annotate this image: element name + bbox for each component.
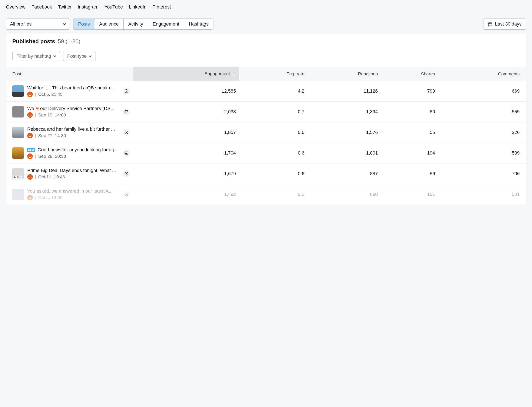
table-row[interactable]: Rebecca and her family live a bit furthe… [6, 122, 526, 143]
cell-reactions: 11,126 [307, 81, 381, 102]
card-title: Published posts 59 (1-20) [6, 33, 526, 47]
col-shares[interactable]: Shares [381, 67, 438, 81]
image-icon [123, 108, 130, 115]
cell-eng-rate: 4.2 [239, 81, 307, 102]
cell-comments: 559 [438, 102, 526, 122]
cell-engagement: 1,857 [133, 122, 239, 143]
svg-rect-0 [488, 23, 492, 26]
table-row[interactable]: Wait for it... This bear tried a QB snea… [6, 81, 526, 102]
post-date: Sep 28, 20:33 [38, 154, 66, 159]
profile-avatar-icon [27, 195, 33, 200]
posts-table: Post Engagement Eng. rate Reactions Shar… [6, 67, 526, 204]
profile-avatar-icon [27, 92, 33, 97]
filter-post-type[interactable]: Post type [63, 51, 96, 61]
svg-marker-16 [126, 173, 127, 175]
post-title: We ❤ our Delivery Service Partners (DS..… [27, 106, 118, 111]
video-icon [123, 87, 130, 95]
post-title: Wait for it... This bear tried a QB snea… [27, 85, 118, 91]
top-nav-tabs: OverviewFacebookTwitterInstagramYouTubeL… [6, 4, 526, 14]
cell-comments: 706 [438, 164, 526, 184]
table-row[interactable]: You asked, we answered in our latest A..… [6, 184, 526, 205]
filter-hashtag[interactable]: Filter by hashtag [12, 51, 60, 61]
video-icon [123, 191, 130, 198]
profile-avatar-icon [27, 112, 33, 118]
cell-shares: 101 [381, 184, 438, 205]
cell-eng-rate: 0.6 [239, 164, 307, 184]
top-tab-facebook[interactable]: Facebook [31, 4, 52, 10]
top-tab-youtube[interactable]: YouTube [104, 4, 123, 10]
post-date: Sep 19, 14:00 [38, 112, 66, 117]
seg-tab-audience[interactable]: Audience [94, 19, 124, 29]
seg-tab-engagement[interactable]: Engagement [148, 19, 184, 29]
date-range-label: Last 30 days [495, 21, 522, 27]
table-row[interactable]: NEW Good news for anyone looking for a j… [6, 143, 526, 164]
table-row[interactable]: Prime Big Deal Days ends tonight! What .… [6, 164, 526, 184]
cell-eng-rate: 0.5 [239, 184, 307, 205]
svg-marker-8 [126, 90, 127, 92]
top-tab-pinterest[interactable]: Pinterest [153, 4, 171, 10]
chevron-down-icon [89, 55, 92, 58]
profile-select[interactable]: All profiles [6, 18, 70, 30]
top-tab-instagram[interactable]: Instagram [78, 4, 99, 10]
card-title-count: 59 (1-20) [58, 38, 80, 45]
seg-tab-hashtags[interactable]: Hashtags [184, 19, 213, 29]
post-date: Oct 5, 21:45 [38, 92, 62, 97]
cell-engagement: 1,704 [133, 143, 239, 164]
image-icon [123, 149, 130, 157]
filter-hashtag-label: Filter by hashtag [16, 54, 51, 59]
date-range-select[interactable]: Last 30 days [483, 18, 526, 30]
cell-eng-rate: 0.6 [239, 143, 307, 164]
col-post[interactable]: Post [6, 67, 133, 81]
cell-reactions: 890 [307, 184, 381, 205]
post-date: Oct 11, 19:46 [38, 174, 65, 180]
chevron-down-icon [53, 55, 56, 58]
post-thumbnail [12, 168, 24, 180]
cell-shares: 790 [381, 81, 438, 102]
post-date: Oct 4, 14:00 [38, 195, 62, 200]
col-comments[interactable]: Comments [438, 67, 526, 81]
cell-comments: 509 [438, 143, 526, 164]
post-title: NEW Good news for anyone looking for a j… [27, 147, 118, 153]
cell-shares: 194 [381, 143, 438, 164]
post-thumbnail [12, 106, 24, 117]
cell-eng-rate: 0.7 [239, 102, 307, 122]
cell-reactions: 1,001 [307, 143, 381, 164]
profile-avatar-icon [27, 133, 33, 138]
profile-avatar-icon [27, 154, 33, 159]
toolbar: All profiles PostsAudienceActivityEngage… [6, 14, 526, 33]
cell-shares: 80 [381, 102, 438, 122]
cell-engagement: 1,679 [133, 164, 239, 184]
post-title: You asked, we answered in our latest A..… [27, 188, 118, 194]
top-tab-twitter[interactable]: Twitter [58, 4, 72, 10]
cell-reactions: 887 [307, 164, 381, 184]
segment-tabs: PostsAudienceActivityEngagementHashtags [73, 18, 213, 30]
post-title: Prime Big Deal Days ends tonight! What .… [27, 168, 118, 173]
video-icon [123, 170, 130, 177]
sort-desc-icon [232, 71, 236, 76]
post-thumbnail [12, 188, 24, 200]
cell-comments: 669 [438, 81, 526, 102]
cell-shares: 86 [381, 164, 438, 184]
post-thumbnail [12, 127, 24, 138]
card-title-bold: Published posts [12, 38, 55, 45]
chevron-down-icon [63, 23, 66, 25]
col-reactions[interactable]: Reactions [307, 67, 381, 81]
seg-tab-posts[interactable]: Posts [73, 18, 95, 30]
post-title: Rebecca and her family live a bit furthe… [27, 126, 118, 132]
col-engagement[interactable]: Engagement [133, 67, 239, 81]
profile-select-label: All profiles [10, 21, 31, 27]
cell-comments: 226 [438, 122, 526, 143]
col-eng-rate[interactable]: Eng. rate [239, 67, 307, 81]
post-date: Sep 27, 14:30 [38, 133, 66, 138]
table-row[interactable]: We ❤ our Delivery Service Partners (DS..… [6, 102, 526, 122]
video-icon [123, 129, 130, 136]
profile-avatar-icon [27, 174, 33, 180]
cell-eng-rate: 0.6 [239, 122, 307, 143]
filter-row: Filter by hashtag Post type [6, 47, 526, 67]
seg-tab-activity[interactable]: Activity [124, 19, 148, 29]
cell-reactions: 1,576 [307, 122, 381, 143]
top-tab-overview[interactable]: Overview [6, 4, 25, 10]
top-tab-linkedin[interactable]: LinkedIn [129, 4, 146, 10]
posts-card: Published posts 59 (1-20) Filter by hash… [6, 33, 526, 204]
svg-marker-12 [126, 132, 127, 133]
